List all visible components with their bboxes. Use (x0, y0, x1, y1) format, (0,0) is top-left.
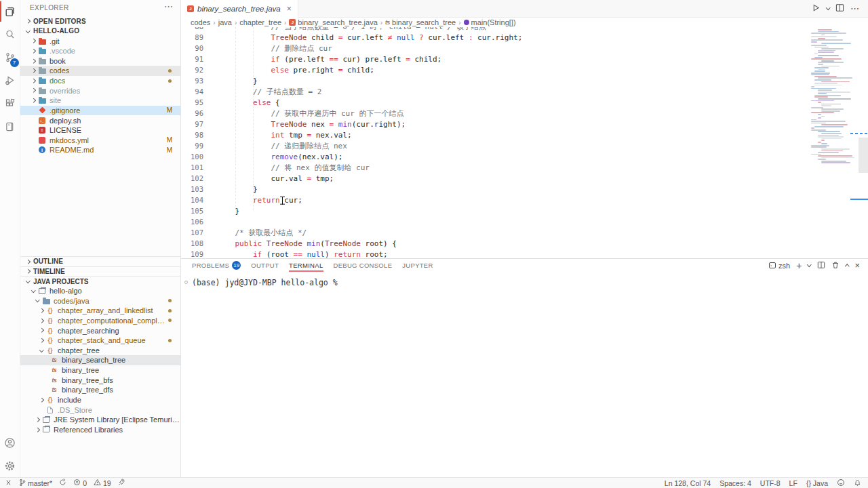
status-cursor-position[interactable]: Ln 128, Col 74 (665, 479, 711, 487)
section-hello-algo[interactable]: HELLO-ALGO (20, 26, 180, 37)
breadcrumb-folder[interactable]: java (218, 18, 232, 26)
tree-item-codes-java[interactable]: codes/java (20, 296, 180, 306)
terminal-shell-selector[interactable]: ›zsh (769, 262, 790, 270)
status-indentation[interactable]: Spaces: 4 (719, 479, 751, 487)
tree-item-readme-md[interactable]: iREADME.mdM (20, 145, 180, 155)
tree-item-book[interactable]: book (20, 56, 180, 66)
tree-item-site[interactable]: site (20, 96, 180, 106)
tree-item-mkdocs-yml[interactable]: mkdocs.ymlM (20, 136, 180, 146)
status-language-mode[interactable]: {} Java (806, 479, 828, 487)
tree-item-hello-algo[interactable]: hello-algo (20, 286, 180, 296)
remote-indicator-icon[interactable] (4, 479, 12, 488)
breadcrumb-folder[interactable]: codes (191, 18, 210, 26)
error-icon[interactable]: 0 (73, 479, 87, 487)
accounts-icon[interactable] (0, 431, 20, 454)
tree-item-chapter-searching[interactable]: {}chapter_searching (20, 325, 180, 336)
settings-gear-icon[interactable] (0, 454, 20, 477)
breadcrumb-folder[interactable]: chapter_tree (239, 18, 281, 26)
item-label: .git (50, 37, 60, 45)
section-java-projects[interactable]: JAVA PROJECTS (20, 276, 180, 286)
explorer-icon[interactable] (0, 0, 20, 23)
tree-item-git[interactable]: .git (20, 36, 180, 46)
tree-item-binary-tree-dfs[interactable]: ʦbinary_tree_dfs (20, 385, 180, 395)
item-label: hello-algo (50, 287, 82, 295)
breadcrumb-java-file[interactable]: Jbinary_search_tree.java (289, 18, 377, 26)
panel-tab-debug-console[interactable]: DEBUG CONSOLE (334, 259, 393, 272)
braces-icon: {} (45, 307, 55, 314)
tree-item-codes[interactable]: codes (20, 66, 180, 76)
notebook-icon[interactable] (0, 115, 20, 138)
feedback-icon[interactable] (837, 479, 845, 488)
chevron-right-icon (31, 39, 35, 43)
new-terminal-button[interactable]: + (796, 260, 802, 271)
minimap-line (821, 143, 827, 144)
tree-item-vscode[interactable]: .vscode (20, 46, 180, 56)
line-content: // 子结点数量 = 2 (217, 87, 321, 97)
tree-item-binary-tree-bfs[interactable]: ʦbinary_tree_bfs (20, 375, 180, 385)
source-control-icon[interactable]: 7 (0, 46, 20, 69)
tab-close-icon[interactable]: × (287, 4, 292, 14)
panel-tab-output[interactable]: OUTPUT (251, 259, 279, 272)
more-actions-icon[interactable]: ⋯ (850, 3, 860, 14)
close-panel-icon[interactable]: × (854, 260, 860, 270)
panel-tab-jupyter[interactable]: JUPYTER (402, 259, 433, 272)
token: null (307, 250, 325, 259)
search-icon[interactable] (0, 23, 20, 46)
panel-tab-problems[interactable]: PROBLEMS19 (192, 259, 241, 272)
breadcrumb-class-symbol[interactable]: ʦbinary_search_tree (385, 18, 456, 26)
code-editor[interactable]: 88// 当子结点数量 = 0 / 1 时， child = null / 该子… (181, 27, 868, 258)
chevron-right-icon (31, 59, 35, 63)
maximize-panel-icon[interactable] (845, 264, 849, 268)
circ-icon: i (37, 146, 47, 153)
panel-tab-terminal[interactable]: TERMINAL (289, 259, 323, 272)
section-label: TIMELINE (33, 268, 65, 275)
tree-item-binary-search-tree[interactable]: ʦbinary_search_tree (20, 355, 180, 365)
run-dropdown-icon[interactable] (826, 5, 830, 9)
terminal-dropdown-icon[interactable] (807, 262, 811, 266)
tab-binary-search-tree[interactable]: J binary_search_tree.java × (181, 0, 298, 18)
status-eol[interactable]: LF (789, 479, 797, 487)
editor-scrollbar-thumb[interactable] (859, 138, 868, 173)
rocket-icon[interactable] (118, 479, 125, 487)
tree-item-deploy-sh[interactable]: ›_deploy.sh (20, 115, 180, 125)
git-branch-icon[interactable]: master* (19, 479, 52, 488)
tree-item-overrides[interactable]: overrides (20, 85, 180, 96)
tree-item-binary-tree[interactable]: ʦbinary_tree (20, 365, 180, 375)
extensions-icon[interactable] (0, 92, 20, 115)
sync-icon[interactable] (59, 479, 66, 487)
tree-item-license[interactable]: ≡LICENSE (20, 125, 180, 136)
tree-item-docs[interactable]: docs (20, 76, 180, 86)
minimap-line (818, 136, 844, 138)
minimap-line (814, 96, 828, 98)
code-line: 92else pre.right = child; (181, 64, 803, 75)
kill-terminal-icon[interactable] (831, 261, 840, 270)
tree-item-gitignore[interactable]: .gitignoreM (20, 106, 180, 116)
tree-item-jre-system-library-eclipse-temurin-17-17[interactable]: JRE System Library [Eclipse Temurin 17 [… (20, 415, 180, 425)
status-encoding[interactable]: UTF-8 (760, 479, 781, 487)
tree-item-ds-store[interactable]: .DS_Store (20, 405, 180, 415)
warning-icon[interactable]: 19 (94, 479, 111, 487)
bell-icon[interactable] (854, 479, 861, 488)
run-button[interactable] (812, 3, 821, 15)
token: return (334, 250, 361, 259)
section-open-editors[interactable]: OPEN EDITORS (20, 16, 180, 26)
section-timeline[interactable]: TIMELINE (20, 266, 180, 277)
split-terminal-icon[interactable] (817, 261, 825, 270)
breadcrumb-method-symbol[interactable]: main(String[]) (464, 18, 516, 26)
terminal[interactable]: (base) jyd@JYD-MBP hello-algo % (181, 272, 868, 477)
sidebar-more-actions[interactable]: ⋯ (164, 1, 174, 12)
tree-item-referenced-libraries[interactable]: Referenced Libraries (20, 425, 180, 435)
folder-icon (37, 97, 47, 104)
tree-item-chapter-array-and-linkedlist[interactable]: {}chapter_array_and_linkedlist (20, 306, 180, 316)
modified-dot-badge (168, 299, 172, 302)
section-outline[interactable]: OUTLINE (20, 256, 180, 266)
tree-item-chapter-computational-complexity[interactable]: {}chapter_computational_complexity (20, 316, 180, 326)
minimap[interactable] (808, 27, 859, 258)
minimap-line (821, 105, 831, 106)
split-editor-icon[interactable] (835, 3, 844, 15)
tree-item-include[interactable]: {}include (20, 395, 180, 405)
tree-item-chapter-tree[interactable]: {}chapter_tree (20, 346, 180, 356)
run-and-debug-icon[interactable] (0, 69, 20, 92)
tree-item-chapter-stack-and-queue[interactable]: {}chapter_stack_and_queue (20, 336, 180, 346)
minimap-line (818, 38, 825, 39)
